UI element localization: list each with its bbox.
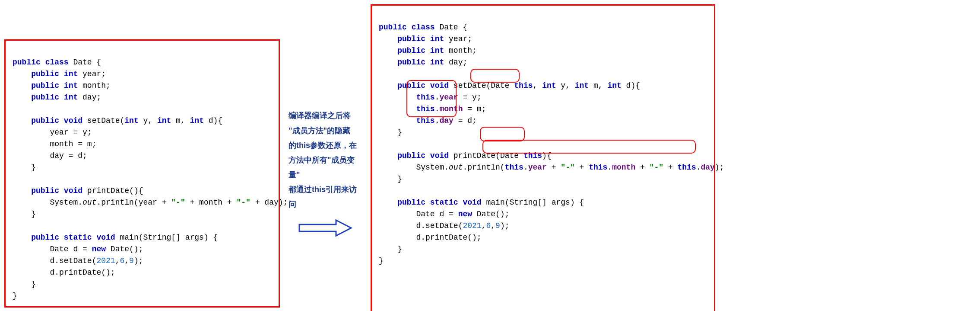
- code-line: public int day;: [379, 58, 467, 67]
- left-code-panel: public class Date { public int year; pub…: [4, 39, 280, 308]
- explanation-text: 编译器编译之后将 "成员方法"的隐藏 的this参数还原，在 方法中所有"成员变…: [289, 108, 362, 212]
- code-line: day = d;: [13, 151, 87, 160]
- code-line: public int month;: [13, 81, 111, 90]
- code-line: }: [379, 256, 384, 265]
- code-line: public int year;: [379, 35, 472, 43]
- code-line: System.out.println(this.year + "-" + thi…: [379, 163, 724, 172]
- code-line: }: [13, 163, 36, 172]
- code-line: public class Date {: [379, 23, 467, 32]
- code-line: }: [379, 175, 402, 183]
- code-line: Date d = new Date();: [379, 210, 509, 218]
- code-line: public void printDate(Date this){: [379, 151, 552, 160]
- code-line: d.setDate(2021,6,9);: [13, 256, 143, 265]
- code-line: year = y;: [13, 128, 92, 137]
- code-line: }: [379, 128, 402, 137]
- code-line: this.day = d;: [379, 116, 477, 125]
- code-line: d.printDate();: [379, 233, 482, 242]
- code-line: public void setDate(Date this, int y, in…: [379, 81, 640, 90]
- highlight-printdate-param: [480, 127, 525, 141]
- code-line: public int year;: [13, 70, 106, 78]
- code-line: System.out.println(year + "-" + month + …: [13, 198, 288, 207]
- code-line: public static void main(String[] args) {: [13, 233, 218, 242]
- middle-panel: 编译器编译之后将 "成员方法"的隐藏 的this参数还原，在 方法中所有"成员变…: [289, 108, 362, 238]
- code-line: public void setDate(int y, int m, int d)…: [13, 116, 222, 125]
- code-line: }: [13, 280, 36, 289]
- code-line: }: [13, 292, 17, 300]
- code-line: }: [379, 245, 402, 253]
- code-line: public int month;: [379, 46, 477, 55]
- code-line: d.printDate();: [13, 268, 115, 277]
- code-line: public static void main(String[] args) {: [379, 198, 584, 207]
- code-line: }: [13, 210, 36, 218]
- code-line: this.month = m;: [379, 105, 486, 113]
- code-line: d.setDate(2021,6,9);: [379, 221, 510, 230]
- code-line: month = m;: [13, 140, 96, 148]
- highlight-date-this-param: [470, 69, 520, 83]
- code-line: public class Date {: [13, 58, 101, 67]
- code-line: public void printDate(){: [13, 186, 143, 195]
- code-line: this.year = y;: [379, 93, 482, 102]
- code-line: Date d = new Date();: [13, 245, 143, 253]
- code-line: public int day;: [13, 93, 101, 102]
- right-code-panel: public class Date { public int year; pub…: [371, 4, 715, 311]
- arrow-icon: [297, 217, 353, 239]
